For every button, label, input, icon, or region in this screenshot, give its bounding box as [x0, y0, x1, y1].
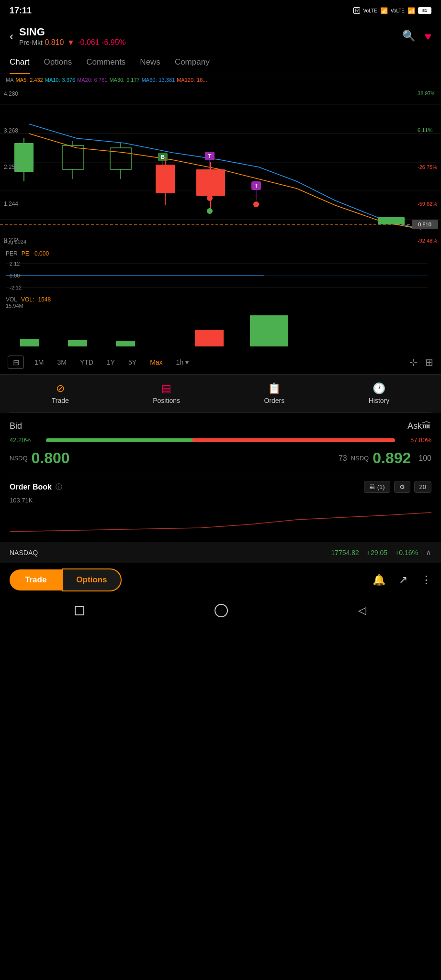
tab-comments[interactable]: Comments: [86, 52, 125, 74]
bank-icon[interactable]: 🏛: [422, 421, 431, 432]
bid-ask-price-row: NSDQ 0.800 73 NSDQ 0.892 100: [10, 449, 431, 467]
time-1y[interactable]: 1Y: [104, 356, 118, 368]
bid-label: Bid: [10, 421, 22, 431]
sys-back-btn[interactable]: ◁: [358, 604, 366, 617]
volte-icon: VoLTE: [363, 8, 377, 13]
svg-point-27: [207, 195, 213, 201]
ob-filter-icon: ⚙: [399, 483, 405, 490]
ma5-label: MA5:: [16, 77, 28, 83]
premkt-pct: -6.95%: [102, 38, 126, 46]
order-book-filter-btn[interactable]: ⚙: [394, 481, 410, 493]
svg-text:T: T: [208, 153, 212, 159]
svg-rect-44: [250, 315, 288, 346]
sys-square-btn[interactable]: [75, 606, 84, 615]
svg-text:B: B: [161, 154, 165, 160]
time-1m[interactable]: 1M: [32, 356, 46, 368]
nav-positions[interactable]: ▤ Positions: [153, 382, 180, 404]
per-high: 2.12: [10, 261, 22, 267]
positions-label: Positions: [153, 397, 180, 404]
ask-qty: 73: [339, 454, 347, 463]
crosshair-icon[interactable]: ⊹: [409, 356, 418, 368]
time-3m[interactable]: 3M: [54, 356, 69, 368]
ma30-label: MA30:: [109, 77, 124, 83]
svg-rect-43: [195, 330, 224, 346]
nasdaq-price: 17754.82: [331, 549, 359, 557]
vol-svg: [6, 311, 435, 349]
bid-ask-bar-row: 42.20% 57.80%: [10, 436, 431, 444]
ma60-val: 13.381: [159, 77, 175, 83]
header-icons: 🔍 ♥: [402, 30, 431, 43]
svg-point-32: [253, 201, 259, 207]
nav-history[interactable]: 🕐 History: [369, 382, 390, 404]
nav-orders[interactable]: 📋 Orders: [264, 382, 284, 404]
action-bar: Trade Options 🔔 ↗ ⋮: [0, 563, 441, 597]
stock-info: SING Pre-Mkt 0.810 ▼ -0.061 -6.95%: [19, 26, 396, 47]
history-icon: 🕐: [373, 382, 385, 395]
svg-rect-42: [116, 341, 135, 346]
ma-indicator-row: MA MA5: 2.432 MA10: 3.376 MA20: 6.761 MA…: [0, 74, 441, 86]
ma120-label: MA120:: [177, 77, 195, 83]
nav-trade[interactable]: ⊘ Trade: [52, 382, 69, 404]
tab-chart[interactable]: Chart: [10, 52, 30, 74]
svg-rect-18: [156, 165, 175, 193]
search-icon[interactable]: 🔍: [402, 30, 415, 43]
svg-rect-24: [196, 169, 225, 196]
premkt-arrow: ▼: [67, 38, 75, 46]
trade-label: Trade: [52, 397, 69, 404]
tab-news[interactable]: News: [140, 52, 160, 74]
notification-icon[interactable]: 🔔: [373, 574, 385, 586]
svg-rect-6: [14, 143, 34, 172]
svg-rect-40: [20, 339, 39, 346]
per-value: 0.000: [34, 250, 49, 257]
tab-bar: Chart Options Comments News Company: [0, 52, 441, 74]
time-interval[interactable]: 1h ▾: [173, 356, 192, 368]
nasdaq-bar: NASDAQ 17754.82 +29.05 +0.16% ∧: [0, 542, 441, 563]
chart-svg: B T T 0.810: [0, 86, 441, 248]
ma20-val: 6.761: [94, 77, 108, 83]
bid-ask-section: Bid Ask 🏛 42.20% 57.80% NSDQ 0.800 73 NS…: [0, 413, 441, 475]
trade-button[interactable]: Trade: [10, 569, 62, 590]
time-5y[interactable]: 5Y: [125, 356, 139, 368]
per-zero: 0.00: [10, 273, 22, 278]
ask-exchange: NSDQ: [351, 455, 369, 462]
stock-symbol: SING: [19, 26, 396, 38]
options-button[interactable]: Options: [62, 568, 121, 591]
order-book-header: Order Book ⓘ 🏛 (1) ⚙ 20: [10, 481, 431, 493]
back-button[interactable]: ‹: [10, 30, 13, 43]
tab-company[interactable]: Company: [175, 52, 210, 74]
ma10-val: 3.376: [62, 77, 76, 83]
svg-rect-33: [378, 217, 405, 224]
premkt-price: 0.810: [45, 38, 64, 46]
layout-icon[interactable]: ⊞: [425, 356, 433, 368]
vol-chart: [6, 311, 435, 349]
vol-label: VOL: [6, 296, 17, 303]
svg-text:T: T: [255, 183, 258, 189]
per-section: PER PE: 0.000 2.12 0.00 -2.12: [0, 248, 441, 294]
trade-icon: ⊘: [56, 382, 65, 395]
svg-rect-12: [110, 148, 132, 169]
vol-max: 15.94M: [6, 303, 435, 309]
tab-options[interactable]: Options: [44, 52, 72, 74]
share-icon[interactable]: ↗: [399, 574, 407, 586]
favorite-icon[interactable]: ♥: [425, 30, 431, 43]
panel-toggle-btn[interactable]: ⊟: [8, 356, 24, 369]
order-book-title: Order Book: [10, 483, 52, 491]
order-book-num-btn[interactable]: 20: [414, 481, 431, 493]
price-chart[interactable]: B T T 0.810 4.280 3.268 2.256: [0, 86, 441, 248]
svg-rect-9: [62, 145, 84, 169]
per-val-label: PE:: [22, 250, 31, 257]
more-icon[interactable]: ⋮: [421, 574, 431, 586]
ask-100: 100: [418, 454, 431, 463]
order-book-bank-btn[interactable]: 🏛 (1): [364, 481, 390, 493]
order-book-info-icon[interactable]: ⓘ: [56, 483, 62, 491]
time-controls: ⊟ 1M 3M YTD 1Y 5Y Max 1h ▾ ⊹ ⊞: [0, 351, 441, 374]
system-nav-bar: ◁: [0, 597, 441, 624]
time-ytd[interactable]: YTD: [77, 356, 96, 368]
sys-home-btn[interactable]: [215, 604, 228, 617]
nasdaq-collapse-icon[interactable]: ∧: [426, 548, 431, 557]
time-max[interactable]: Max: [147, 356, 165, 368]
vol-section: VOL VOL: 1548 15.94M: [0, 294, 441, 351]
status-time: 17:11: [10, 6, 32, 16]
date-label: Aug 2024: [4, 239, 26, 245]
ob-filter-num: 20: [419, 483, 426, 490]
